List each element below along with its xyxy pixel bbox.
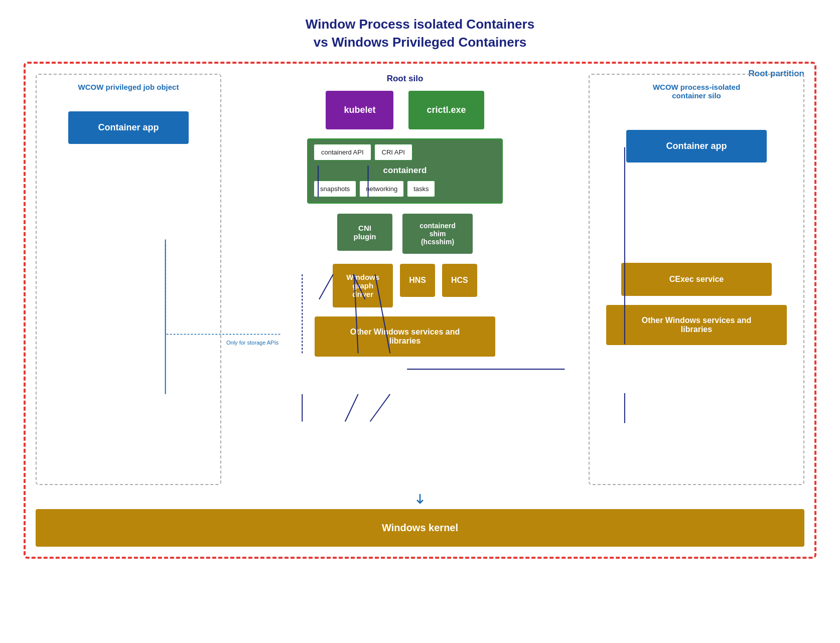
container-app-left: Container app bbox=[68, 111, 189, 144]
snapshots-box: snapshots bbox=[314, 181, 356, 197]
kernel-box: Windows kernel bbox=[36, 509, 804, 547]
outer-container: Root partition WCOW privileged job objec… bbox=[24, 62, 816, 559]
containerd-api-box: containerd API bbox=[314, 144, 371, 160]
root-silo-panel: Root silo kubelet crictl.exe containerd … bbox=[221, 74, 589, 485]
other-services-right: Other Windows services and libraries bbox=[606, 305, 787, 345]
shim-box: containerd shim (hcsshim) bbox=[402, 214, 473, 254]
tasks-box: tasks bbox=[407, 181, 435, 197]
left-panel-label: WCOW privileged job object bbox=[45, 83, 212, 91]
page-title: Window Process isolated Containers vs Wi… bbox=[306, 15, 534, 52]
root-silo-label: Root silo bbox=[387, 74, 424, 84]
cexec-box: CExec service bbox=[621, 263, 772, 296]
hns-row: Windows graph driver HNS HCS bbox=[333, 264, 477, 307]
kernel-row: Windows kernel bbox=[36, 493, 804, 547]
storage-label: Only for storage APIs bbox=[226, 340, 278, 346]
wcow-process-isolated-panel: WCOW process-isolated container silo Con… bbox=[589, 74, 804, 485]
other-services-middle: Other Windows services and libraries bbox=[315, 316, 495, 357]
networking-box: networking bbox=[359, 181, 404, 197]
cni-shim-row: CNI plugin containerd shim (hcsshim) bbox=[337, 214, 473, 254]
cri-api-box: CRI API bbox=[374, 144, 412, 160]
containerd-label: containerd bbox=[309, 163, 501, 179]
containerd-section: containerd API CRI API containerd snapsh… bbox=[307, 138, 503, 204]
crictl-box: crictl.exe bbox=[408, 91, 484, 129]
top-row: kubelet crictl.exe bbox=[326, 91, 484, 129]
cni-plugin-box: CNI plugin bbox=[337, 214, 392, 251]
hcs-box: HCS bbox=[442, 264, 477, 297]
graph-driver-box: Windows graph driver bbox=[333, 264, 393, 307]
right-panel-label: WCOW process-isolated container silo bbox=[653, 83, 740, 100]
kernel-arrow bbox=[414, 493, 426, 505]
container-app-right: Container app bbox=[626, 130, 767, 163]
wcow-privileged-panel: WCOW privileged job object Container app bbox=[36, 74, 221, 485]
kubelet-box: kubelet bbox=[326, 91, 393, 129]
hns-box: HNS bbox=[400, 264, 435, 297]
